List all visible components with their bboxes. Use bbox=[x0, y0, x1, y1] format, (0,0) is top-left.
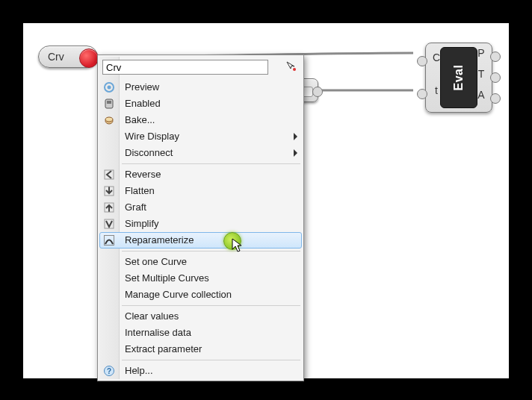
warning-badge-icon bbox=[79, 49, 99, 68]
simplify-icon bbox=[103, 218, 115, 230]
menu-set-one-curve[interactable]: Set one Curve bbox=[99, 254, 302, 270]
menu-preview[interactable]: Preview bbox=[99, 79, 302, 96]
bake-icon bbox=[103, 114, 115, 126]
svg-point-6 bbox=[105, 117, 113, 122]
separator bbox=[122, 251, 300, 251]
menu-set-multiple-curves[interactable]: Set Multiple Curves bbox=[99, 270, 302, 287]
svg-point-2 bbox=[108, 86, 111, 90]
menu-bake-label: Bake... bbox=[125, 114, 155, 125]
menu-reparameterize[interactable]: Reparameterize bbox=[99, 232, 302, 249]
flatten-icon bbox=[103, 185, 115, 197]
separator bbox=[122, 163, 300, 164]
menu-clear-values-label: Clear values bbox=[125, 310, 179, 322]
separator bbox=[122, 305, 300, 306]
output-grip-t-icon[interactable] bbox=[490, 72, 501, 83]
menu-manage-collection[interactable]: Manage Curve collection bbox=[99, 287, 302, 303]
canvas[interactable]: Crv C t P T A Eval bbox=[23, 23, 509, 378]
output-grip-p-icon[interactable] bbox=[490, 51, 501, 62]
menu-bake[interactable]: Bake... bbox=[99, 112, 302, 128]
menu-clear-values[interactable]: Clear values bbox=[99, 308, 302, 325]
chevron-right-icon bbox=[294, 133, 297, 140]
svg-text:?: ? bbox=[107, 367, 111, 375]
menu-reparameterize-label: Reparameterize bbox=[125, 234, 194, 246]
menu-internalise-data[interactable]: Internalise data bbox=[99, 325, 302, 341]
menu-simplify[interactable]: Simplify bbox=[99, 216, 302, 232]
svg-point-0 bbox=[293, 68, 296, 71]
crv-param-node[interactable]: Crv bbox=[38, 46, 98, 68]
output-grip-a-icon[interactable] bbox=[490, 93, 501, 104]
menu-extract-parameter-label: Extract parameter bbox=[125, 343, 202, 354]
menu-set-one-curve-label: Set one Curve bbox=[125, 256, 187, 267]
menu-graft-label: Graft bbox=[125, 201, 146, 213]
click-highlight-icon bbox=[223, 232, 241, 250]
separator bbox=[122, 360, 300, 360]
menu-internalise-data-label: Internalise data bbox=[125, 327, 191, 338]
graft-icon bbox=[103, 201, 115, 213]
crv-param-label: Crv bbox=[48, 51, 64, 63]
preview-icon bbox=[103, 81, 115, 93]
menu-reverse[interactable]: Reverse bbox=[99, 166, 302, 183]
reparameterize-icon bbox=[103, 234, 115, 246]
enabled-icon bbox=[103, 98, 115, 110]
menu-wire-display-label: Wire Display bbox=[125, 131, 179, 142]
slider-output-grip-icon[interactable] bbox=[312, 87, 323, 97]
chevron-right-icon bbox=[294, 149, 297, 157]
cursor-pick-icon[interactable] bbox=[285, 60, 297, 72]
context-search-input[interactable] bbox=[102, 60, 268, 75]
context-search-row bbox=[101, 58, 300, 76]
reverse-icon bbox=[103, 169, 115, 181]
help-icon: ? bbox=[103, 365, 115, 377]
input-grip-c-icon[interactable] bbox=[417, 56, 427, 66]
menu-flatten[interactable]: Flatten bbox=[99, 183, 302, 199]
menu-help[interactable]: ? Help... bbox=[99, 363, 302, 379]
menu-flatten-label: Flatten bbox=[125, 185, 155, 196]
menu-set-multiple-curves-label: Set Multiple Curves bbox=[125, 272, 209, 284]
input-grip-t-icon[interactable] bbox=[417, 89, 427, 99]
svg-rect-4 bbox=[107, 101, 111, 104]
menu-graft[interactable]: Graft bbox=[99, 199, 302, 216]
menu-simplify-label: Simplify bbox=[125, 218, 159, 229]
menu-extract-parameter[interactable]: Extract parameter bbox=[99, 341, 302, 357]
evaluate-curve-title: Eval bbox=[440, 47, 477, 108]
menu-preview-label: Preview bbox=[125, 81, 159, 93]
menu-manage-collection-label: Manage Curve collection bbox=[125, 289, 232, 300]
evaluate-curve-node[interactable]: C t P T A Eval bbox=[415, 43, 503, 113]
menu-reverse-label: Reverse bbox=[125, 169, 161, 180]
menu-help-label: Help... bbox=[125, 365, 153, 376]
menu-wire-display[interactable]: Wire Display bbox=[99, 128, 302, 145]
menu-disconnect-label: Disconnect bbox=[125, 147, 173, 158]
menu-enabled-label: Enabled bbox=[125, 98, 161, 109]
menu-disconnect[interactable]: Disconnect bbox=[99, 145, 302, 161]
context-menu: Preview Enabled Bake... Wire Display Dis… bbox=[97, 54, 304, 381]
menu-enabled[interactable]: Enabled bbox=[99, 96, 302, 112]
